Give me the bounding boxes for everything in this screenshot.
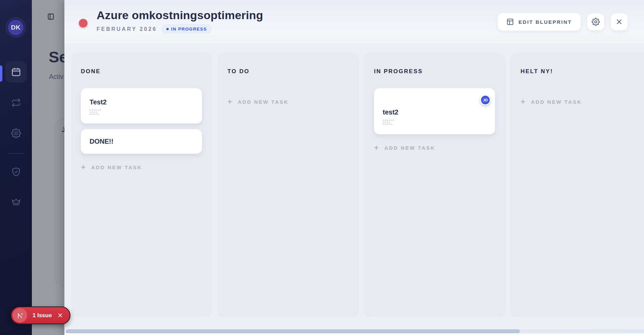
add-new-task-button[interactable]: +ADD NEW TASK <box>81 164 202 171</box>
issue-count-label: 1 Issue <box>33 312 52 319</box>
notification-close-icon[interactable] <box>57 313 63 318</box>
sidebar: DK <box>0 0 32 335</box>
plus-icon: + <box>227 98 232 105</box>
task-card[interactable]: DONE!! <box>81 129 202 154</box>
modal-title: Azure omkostningsoptimering <box>97 9 263 22</box>
modal-header: Azure omkostningsoptimering FEBRUARY 202… <box>64 0 644 44</box>
horizontal-scrollbar <box>64 329 644 333</box>
task-card[interactable]: JDtest2 <box>374 88 495 134</box>
board: DONETest2DONE!!+ADD NEW TASKTO DO+ADD NE… <box>71 53 644 317</box>
close-icon <box>615 18 623 26</box>
sidebar-item-security[interactable] <box>5 161 27 183</box>
user-avatar[interactable]: DK <box>7 18 25 37</box>
plus-icon: + <box>374 144 379 151</box>
assignee-avatar[interactable]: JD <box>480 95 491 105</box>
shield-check-icon <box>11 167 21 177</box>
sidebar-item-calendar[interactable] <box>5 61 27 83</box>
plus-icon: + <box>81 164 86 171</box>
app-logo-icon <box>13 308 27 323</box>
sidebar-item-repeat[interactable] <box>5 92 27 113</box>
add-new-task-button[interactable]: +ADD NEW TASK <box>227 98 348 105</box>
status-badge: IN PROGRESS <box>162 25 212 34</box>
plus-icon: + <box>521 98 525 105</box>
crown-icon <box>11 197 21 207</box>
column-title: HELT NY! <box>521 68 642 75</box>
repeat-icon <box>11 98 21 108</box>
status-badge-dot <box>166 28 169 30</box>
task-card[interactable]: Test2 <box>81 88 202 124</box>
add-new-task-button[interactable]: +ADD NEW TASK <box>521 98 642 105</box>
add-new-task-button[interactable]: +ADD NEW TASK <box>374 144 495 151</box>
task-card-title: DONE!! <box>90 138 113 145</box>
sidebar-divider <box>8 153 24 154</box>
modal-close-button[interactable] <box>610 13 628 31</box>
task-card-title: test2 <box>383 88 486 116</box>
column-title: IN PROGRESS <box>374 68 495 75</box>
column-title: TO DO <box>227 68 348 75</box>
blueprint-modal: Azure omkostningsoptimering FEBRUARY 202… <box>64 0 644 335</box>
horizontal-scrollbar-thumb[interactable] <box>66 329 520 333</box>
sidebar-item-settings[interactable] <box>5 123 27 144</box>
board-column-done: DONETest2DONE!!+ADD NEW TASK <box>71 53 211 317</box>
board-column-to-do: TO DO+ADD NEW TASK <box>218 53 358 317</box>
calendar-icon <box>11 67 21 77</box>
issue-notification[interactable]: 1 Issue <box>11 306 70 324</box>
board-column-in-progress: IN PROGRESSJDtest2+ADD NEW TASK <box>365 53 504 317</box>
description-lines-icon <box>90 110 102 114</box>
modal-subtitle: FEBRUARY 2026 <box>97 26 157 32</box>
edit-blueprint-button[interactable]: EDIT BLUEPRINT <box>497 13 581 31</box>
modal-settings-button[interactable] <box>587 13 604 31</box>
description-lines-icon <box>383 120 395 125</box>
bottom-strip <box>64 333 644 335</box>
blueprint-layout-icon <box>506 18 514 26</box>
column-title: DONE <box>81 68 202 75</box>
gear-icon <box>11 128 21 138</box>
board-column-helt-ny-: HELT NY!+ADD NEW TASK <box>511 53 644 317</box>
active-nav-indicator <box>0 65 2 82</box>
status-dot <box>79 19 88 28</box>
task-card-title: Test2 <box>90 88 193 106</box>
sidebar-item-premium[interactable] <box>5 191 27 212</box>
gear-icon <box>592 18 600 26</box>
